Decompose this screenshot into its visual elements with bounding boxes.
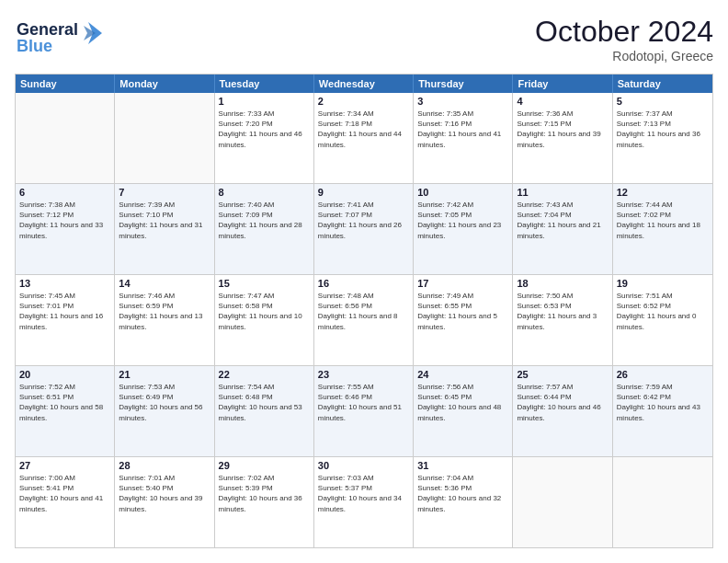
day-number: 26 [617,369,709,380]
daylight-text: Daylight: 11 hours and 10 minutes. [219,311,310,331]
calendar-cell: 1Sunrise: 7:33 AMSunset: 7:20 PMDaylight… [215,93,314,183]
sunrise-text: Sunrise: 7:43 AM [517,200,608,210]
sunrise-text: Sunrise: 7:54 AM [219,382,310,392]
daylight-text: Daylight: 10 hours and 41 minutes. [19,493,110,513]
daylight-text: Daylight: 11 hours and 13 minutes. [119,311,210,331]
daylight-text: Daylight: 10 hours and 39 minutes. [119,493,210,513]
sunrise-text: Sunrise: 7:40 AM [219,200,310,210]
calendar-cell: 18Sunrise: 7:50 AMSunset: 6:53 PMDayligh… [513,275,612,365]
calendar-cell: 23Sunrise: 7:55 AMSunset: 6:46 PMDayligh… [314,366,414,456]
header-cell-friday: Friday [513,75,612,93]
sunset-text: Sunset: 6:59 PM [119,301,210,311]
header-cell-thursday: Thursday [414,75,513,93]
sunrise-text: Sunrise: 7:35 AM [417,109,508,119]
daylight-text: Daylight: 10 hours and 46 minutes. [517,402,608,422]
calendar-cell: 3Sunrise: 7:35 AMSunset: 7:16 PMDaylight… [414,93,513,183]
page: General Blue October 2024 Rodotopi, Gree… [0,0,728,563]
day-number: 30 [318,460,409,471]
sunrise-text: Sunrise: 7:01 AM [119,473,210,483]
day-number: 13 [19,278,110,289]
sunset-text: Sunset: 5:36 PM [417,483,508,493]
calendar-cell [16,93,115,183]
daylight-text: Daylight: 10 hours and 56 minutes. [119,402,210,422]
sunrise-text: Sunrise: 7:52 AM [19,382,110,392]
sunset-text: Sunset: 6:53 PM [517,301,608,311]
sunrise-text: Sunrise: 7:53 AM [119,382,210,392]
sunrise-text: Sunrise: 7:34 AM [318,109,409,119]
calendar-cell: 2Sunrise: 7:34 AMSunset: 7:18 PMDaylight… [314,93,414,183]
daylight-text: Daylight: 11 hours and 18 minutes. [617,220,709,240]
sunrise-text: Sunrise: 7:04 AM [417,473,508,483]
calendar-cell: 30Sunrise: 7:03 AMSunset: 5:37 PMDayligh… [314,457,414,547]
calendar-cell [513,457,612,547]
sunset-text: Sunset: 6:46 PM [318,392,409,402]
daylight-text: Daylight: 10 hours and 48 minutes. [417,402,508,422]
calendar-cell: 16Sunrise: 7:48 AMSunset: 6:56 PMDayligh… [314,275,414,365]
sunrise-text: Sunrise: 7:41 AM [318,200,409,210]
sunset-text: Sunset: 5:40 PM [119,483,210,493]
logo-text: General Blue [15,15,116,64]
sunset-text: Sunset: 6:48 PM [219,392,310,402]
svg-text:General: General [17,20,78,39]
month-title: October 2024 [535,15,713,49]
sunset-text: Sunset: 7:12 PM [19,210,110,220]
daylight-text: Daylight: 11 hours and 33 minutes. [19,220,110,240]
daylight-text: Daylight: 11 hours and 46 minutes. [219,129,310,149]
calendar-cell: 8Sunrise: 7:40 AMSunset: 7:09 PMDaylight… [215,184,314,274]
calendar-cell: 31Sunrise: 7:04 AMSunset: 5:36 PMDayligh… [414,457,513,547]
sunset-text: Sunset: 6:49 PM [119,392,210,402]
sunrise-text: Sunrise: 7:56 AM [417,382,508,392]
sunrise-text: Sunrise: 7:39 AM [119,200,210,210]
daylight-text: Daylight: 11 hours and 41 minutes. [417,129,508,149]
sunset-text: Sunset: 7:09 PM [219,210,310,220]
calendar-cell: 15Sunrise: 7:47 AMSunset: 6:58 PMDayligh… [215,275,314,365]
day-number: 20 [19,369,110,380]
daylight-text: Daylight: 10 hours and 32 minutes. [417,493,508,513]
day-number: 6 [19,187,110,198]
calendar-cell: 22Sunrise: 7:54 AMSunset: 6:48 PMDayligh… [215,366,314,456]
calendar-cell: 6Sunrise: 7:38 AMSunset: 7:12 PMDaylight… [16,184,115,274]
sunrise-text: Sunrise: 7:47 AM [219,291,310,301]
calendar-row: 1Sunrise: 7:33 AMSunset: 7:20 PMDaylight… [16,93,712,183]
sunset-text: Sunset: 7:10 PM [119,210,210,220]
daylight-text: Daylight: 11 hours and 44 minutes. [318,129,409,149]
header-cell-wednesday: Wednesday [314,75,414,93]
sunrise-text: Sunrise: 7:03 AM [318,473,409,483]
sunrise-text: Sunrise: 7:36 AM [517,109,608,119]
calendar-cell: 10Sunrise: 7:42 AMSunset: 7:05 PMDayligh… [414,184,513,274]
calendar-cell [613,457,712,547]
location: Rodotopi, Greece [535,49,713,63]
sunset-text: Sunset: 6:45 PM [417,392,508,402]
daylight-text: Daylight: 11 hours and 16 minutes. [19,311,110,331]
sunrise-text: Sunrise: 7:50 AM [517,291,608,301]
daylight-text: Daylight: 10 hours and 51 minutes. [318,402,409,422]
calendar-cell: 25Sunrise: 7:57 AMSunset: 6:44 PMDayligh… [513,366,612,456]
calendar-cell: 13Sunrise: 7:45 AMSunset: 7:01 PMDayligh… [16,275,115,365]
calendar-cell: 19Sunrise: 7:51 AMSunset: 6:52 PMDayligh… [613,275,712,365]
calendar-cell: 9Sunrise: 7:41 AMSunset: 7:07 PMDaylight… [314,184,414,274]
calendar-cell: 29Sunrise: 7:02 AMSunset: 5:39 PMDayligh… [215,457,314,547]
sunset-text: Sunset: 7:02 PM [617,210,709,220]
day-number: 25 [517,369,608,380]
calendar-cell: 26Sunrise: 7:59 AMSunset: 6:42 PMDayligh… [613,366,712,456]
daylight-text: Daylight: 11 hours and 26 minutes. [318,220,409,240]
day-number: 17 [417,278,508,289]
day-number: 19 [617,278,709,289]
sunrise-text: Sunrise: 7:38 AM [19,200,110,210]
sunset-text: Sunset: 6:42 PM [617,392,709,402]
sunrise-text: Sunrise: 7:57 AM [517,382,608,392]
daylight-text: Daylight: 10 hours and 34 minutes. [318,493,409,513]
calendar-cell: 7Sunrise: 7:39 AMSunset: 7:10 PMDaylight… [115,184,214,274]
header-cell-sunday: Sunday [16,75,115,93]
sunrise-text: Sunrise: 7:42 AM [417,200,508,210]
sunset-text: Sunset: 7:13 PM [617,119,709,129]
day-number: 21 [119,369,210,380]
day-number: 3 [417,96,508,107]
sunset-text: Sunset: 6:58 PM [219,301,310,311]
calendar-cell: 4Sunrise: 7:36 AMSunset: 7:15 PMDaylight… [513,93,612,183]
sunrise-text: Sunrise: 7:46 AM [119,291,210,301]
sunrise-text: Sunrise: 7:51 AM [617,291,709,301]
sunset-text: Sunset: 6:55 PM [417,301,508,311]
day-number: 2 [318,96,409,107]
calendar-cell: 11Sunrise: 7:43 AMSunset: 7:04 PMDayligh… [513,184,612,274]
